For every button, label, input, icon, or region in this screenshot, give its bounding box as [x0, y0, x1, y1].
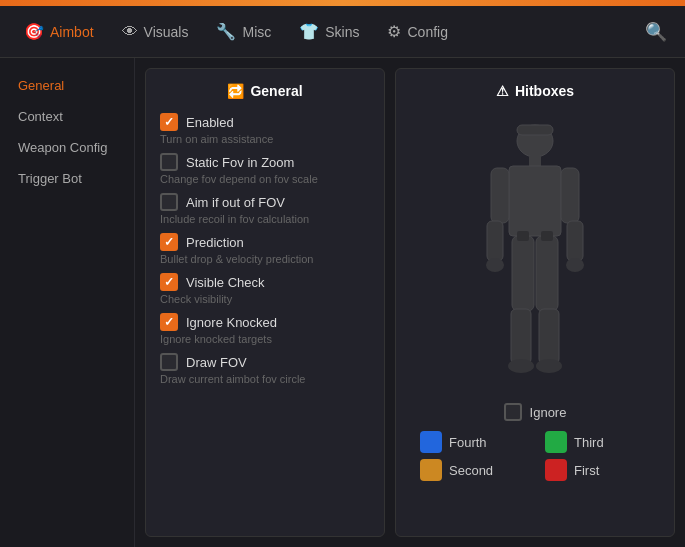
svg-rect-17	[541, 231, 553, 241]
first-label: First	[574, 463, 599, 478]
svg-rect-6	[487, 221, 503, 261]
checkbox-visible-check[interactable]	[160, 273, 178, 291]
setting-enabled-desc: Turn on aim assistance	[160, 133, 370, 145]
setting-draw-fov: Draw FOV Draw current aimbot fov circle	[160, 353, 370, 385]
content-area: 🔁 General Enabled Turn on aim assistance…	[135, 58, 685, 547]
fourth-label: Fourth	[449, 435, 487, 450]
legend-first[interactable]: First	[545, 459, 650, 481]
svg-rect-3	[509, 166, 561, 236]
setting-enabled: Enabled Turn on aim assistance	[160, 113, 370, 145]
general-panel-title: 🔁 General	[160, 83, 370, 99]
setting-prediction: Prediction Bullet drop & velocity predic…	[160, 233, 370, 265]
setting-static-fov-label[interactable]: Static Fov in Zoom	[160, 153, 370, 171]
nav-aimbot[interactable]: 🎯 Aimbot	[10, 14, 108, 49]
second-color-swatch	[420, 459, 442, 481]
search-icon[interactable]: 🔍	[637, 13, 675, 51]
misc-icon: 🔧	[216, 22, 236, 41]
nav-skins-label: Skins	[325, 24, 359, 40]
hitbox-body: Ignore Fourth Third Second	[410, 113, 660, 522]
skins-icon: 👕	[299, 22, 319, 41]
general-title-icon: 🔁	[227, 83, 244, 99]
nav-misc-label: Misc	[242, 24, 271, 40]
svg-rect-10	[512, 236, 534, 311]
setting-aim-fov: Aim if out of FOV Include recoil in fov …	[160, 193, 370, 225]
setting-aim-fov-label[interactable]: Aim if out of FOV	[160, 193, 370, 211]
sidebar-item-general[interactable]: General	[0, 70, 134, 101]
svg-point-9	[566, 258, 584, 272]
svg-point-8	[486, 258, 504, 272]
soldier-figure	[465, 113, 605, 403]
checkbox-ignore-knocked[interactable]	[160, 313, 178, 331]
checkbox-prediction[interactable]	[160, 233, 178, 251]
second-label: Second	[449, 463, 493, 478]
sidebar: General Context Weapon Config Trigger Bo…	[0, 58, 135, 547]
sidebar-item-weapon-config[interactable]: Weapon Config	[0, 132, 134, 163]
svg-rect-4	[491, 168, 509, 223]
checkbox-draw-fov[interactable]	[160, 353, 178, 371]
svg-point-14	[508, 359, 534, 373]
config-icon: ⚙	[387, 22, 401, 41]
aimbot-icon: 🎯	[24, 22, 44, 41]
setting-prediction-desc: Bullet drop & velocity prediction	[160, 253, 370, 265]
nav-bar: 🎯 Aimbot 👁 Visuals 🔧 Misc 👕 Skins ⚙ Conf…	[0, 6, 685, 58]
setting-draw-fov-label[interactable]: Draw FOV	[160, 353, 370, 371]
visuals-icon: 👁	[122, 23, 138, 41]
ignore-row: Ignore	[504, 403, 567, 421]
setting-ignore-knocked: Ignore Knocked Ignore knocked targets	[160, 313, 370, 345]
setting-aim-fov-desc: Include recoil in fov calculation	[160, 213, 370, 225]
nav-misc[interactable]: 🔧 Misc	[202, 14, 285, 49]
setting-visible-check: Visible Check Check visibility	[160, 273, 370, 305]
setting-ignore-knocked-label[interactable]: Ignore Knocked	[160, 313, 370, 331]
third-color-swatch	[545, 431, 567, 453]
svg-rect-11	[536, 236, 558, 311]
checkbox-aim-fov[interactable]	[160, 193, 178, 211]
legend-second[interactable]: Second	[420, 459, 525, 481]
setting-prediction-label[interactable]: Prediction	[160, 233, 370, 251]
sidebar-item-trigger-bot[interactable]: Trigger Bot	[0, 163, 134, 194]
setting-draw-fov-desc: Draw current aimbot fov circle	[160, 373, 370, 385]
hitboxes-panel-title: ⚠ Hitboxes	[410, 83, 660, 99]
svg-point-15	[536, 359, 562, 373]
main-layout: General Context Weapon Config Trigger Bo…	[0, 58, 685, 547]
svg-rect-13	[539, 309, 559, 364]
checkbox-ignore[interactable]	[504, 403, 522, 421]
setting-ignore-knocked-desc: Ignore knocked targets	[160, 333, 370, 345]
third-label: Third	[574, 435, 604, 450]
nav-config[interactable]: ⚙ Config	[373, 14, 461, 49]
nav-visuals-label: Visuals	[144, 24, 189, 40]
svg-rect-16	[517, 231, 529, 241]
checkbox-enabled[interactable]	[160, 113, 178, 131]
setting-enabled-label[interactable]: Enabled	[160, 113, 370, 131]
nav-skins[interactable]: 👕 Skins	[285, 14, 373, 49]
nav-visuals[interactable]: 👁 Visuals	[108, 15, 203, 49]
setting-visible-check-desc: Check visibility	[160, 293, 370, 305]
hitboxes-title-icon: ⚠	[496, 83, 509, 99]
checkbox-static-fov[interactable]	[160, 153, 178, 171]
setting-static-fov: Static Fov in Zoom Change fov depend on …	[160, 153, 370, 185]
svg-rect-12	[511, 309, 531, 364]
ignore-label: Ignore	[530, 405, 567, 420]
legend-fourth[interactable]: Fourth	[420, 431, 525, 453]
hitbox-legend: Fourth Third Second First	[410, 431, 660, 481]
svg-rect-7	[567, 221, 583, 261]
svg-rect-2	[529, 156, 541, 166]
svg-rect-5	[561, 168, 579, 223]
svg-rect-1	[517, 125, 553, 135]
hitboxes-panel: ⚠ Hitboxes	[395, 68, 675, 537]
legend-third[interactable]: Third	[545, 431, 650, 453]
setting-static-fov-desc: Change fov depend on fov scale	[160, 173, 370, 185]
sidebar-item-context[interactable]: Context	[0, 101, 134, 132]
nav-config-label: Config	[407, 24, 447, 40]
general-panel: 🔁 General Enabled Turn on aim assistance…	[145, 68, 385, 537]
fourth-color-swatch	[420, 431, 442, 453]
setting-visible-check-label[interactable]: Visible Check	[160, 273, 370, 291]
first-color-swatch	[545, 459, 567, 481]
nav-aimbot-label: Aimbot	[50, 24, 94, 40]
